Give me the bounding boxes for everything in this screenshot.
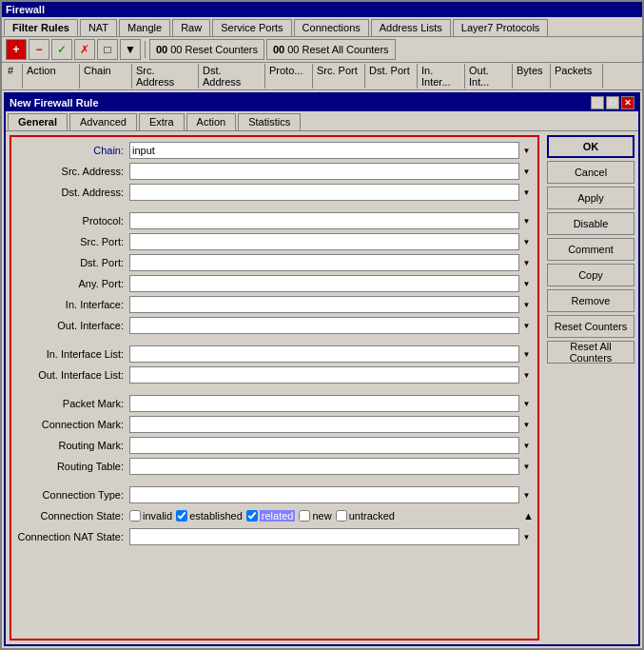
cancel-button[interactable]: Cancel: [547, 161, 634, 184]
toolbar-sep-1: [145, 41, 146, 58]
out-interface-list-row: Out. Interface List: ▼: [15, 365, 534, 384]
copy-button[interactable]: □: [97, 39, 118, 60]
in-interface-wrap: ▼: [129, 296, 534, 313]
apply-button[interactable]: Apply: [547, 187, 634, 209]
connection-mark-select[interactable]: [129, 416, 534, 433]
close-button[interactable]: ✕: [621, 96, 634, 109]
protocol-select[interactable]: [129, 212, 534, 229]
state-new-label: new: [312, 510, 331, 522]
col-in-inter: In. Inter...: [418, 64, 465, 89]
src-address-label: Src. Address:: [15, 166, 129, 177]
connection-nat-state-select[interactable]: [129, 528, 534, 545]
packet-mark-row: Packet Mark: ▼: [15, 394, 534, 413]
disable-button[interactable]: Disable: [547, 212, 634, 235]
rule-tab-bar: General Advanced Extra Action Statistics: [6, 111, 638, 131]
routing-mark-wrap: ▼: [129, 437, 534, 454]
state-invalid-checkbox[interactable]: [129, 510, 141, 522]
state-untracked-label: untracked: [349, 510, 395, 522]
connection-nat-state-label: Connection NAT State:: [15, 531, 129, 542]
any-port-select[interactable]: [129, 275, 534, 292]
rule-title-buttons: _ □ ✕: [591, 96, 634, 109]
tab-mangle[interactable]: Mangle: [119, 19, 170, 36]
col-action: Action: [23, 64, 80, 89]
dst-address-row: Dst. Address: ▼: [15, 183, 534, 202]
out-interface-wrap: ▼: [129, 317, 534, 334]
reset-counters-panel-button[interactable]: Reset Counters: [547, 315, 634, 338]
out-interface-list-select[interactable]: [129, 366, 534, 384]
connection-nat-state-wrap: ▼: [129, 528, 534, 545]
tab-statistics[interactable]: Statistics: [238, 113, 301, 130]
packet-mark-select[interactable]: [129, 395, 534, 412]
remove-button[interactable]: Remove: [547, 289, 634, 312]
ok-button[interactable]: OK: [547, 135, 634, 158]
protocol-wrap: ▼: [129, 212, 534, 229]
chain-select[interactable]: input: [129, 142, 534, 159]
filter-button[interactable]: ▼: [120, 39, 141, 60]
connection-type-select[interactable]: [129, 486, 534, 503]
src-port-select[interactable]: [129, 233, 534, 250]
dst-address-wrap: ▼: [129, 184, 534, 201]
tab-connections[interactable]: Connections: [294, 19, 369, 36]
reset-counters-icon: 00: [156, 44, 167, 55]
comment-button[interactable]: Comment: [547, 238, 634, 261]
enable-button[interactable]: ✓: [51, 39, 72, 60]
routing-mark-select[interactable]: [129, 437, 534, 454]
minimize-button[interactable]: _: [591, 96, 604, 109]
reset-all-counters-panel-button[interactable]: Reset All Counters: [547, 341, 634, 364]
maximize-button[interactable]: □: [606, 96, 619, 109]
rule-window-title: New Firewall Rule: [10, 97, 99, 108]
tab-raw[interactable]: Raw: [172, 19, 210, 36]
in-interface-select[interactable]: [129, 296, 534, 313]
state-untracked-item: untracked: [336, 510, 395, 522]
tab-filter-rules[interactable]: Filter Rules: [4, 19, 78, 36]
col-chain: Chain: [80, 64, 132, 89]
state-new-checkbox[interactable]: [299, 510, 310, 522]
tab-general[interactable]: General: [8, 113, 68, 130]
src-port-row: Src. Port: ▼: [15, 232, 534, 251]
out-interface-label: Out. Interface:: [15, 320, 129, 331]
in-interface-list-label: In. Interface List:: [15, 348, 129, 360]
out-interface-select[interactable]: [129, 317, 534, 334]
out-interface-list-wrap: ▼: [129, 366, 534, 384]
routing-table-select[interactable]: [129, 458, 534, 475]
connection-state-row: Connection State: invalid established: [15, 506, 534, 525]
dst-address-select[interactable]: [129, 184, 534, 201]
col-src-address: Src. Address: [132, 64, 199, 89]
reset-all-counters-icon: 00: [273, 44, 284, 55]
dst-port-select[interactable]: [129, 254, 534, 271]
col-out-int: Out. Int...: [465, 64, 513, 89]
copy-button[interactable]: Copy: [547, 264, 634, 286]
spacer-4: [15, 478, 534, 483]
spacer-1: [15, 204, 534, 209]
any-port-wrap: ▼: [129, 275, 534, 292]
conn-state-scroll-up[interactable]: ▲: [523, 510, 534, 522]
connection-type-row: Connection Type: ▼: [15, 485, 534, 504]
chain-select-wrap: input ▼: [129, 142, 534, 159]
reset-all-counters-button[interactable]: 00 00 Reset All Counters: [266, 39, 396, 60]
any-port-label: Any. Port:: [15, 278, 129, 289]
reset-counters-button[interactable]: 00 00 Reset Counters: [149, 39, 264, 60]
src-address-select[interactable]: [129, 163, 534, 180]
remove-button[interactable]: −: [29, 39, 49, 60]
tab-service-ports[interactable]: Service Ports: [212, 19, 291, 36]
state-established-checkbox[interactable]: [176, 510, 187, 522]
dst-port-row: Dst. Port: ▼: [15, 253, 534, 272]
state-untracked-checkbox[interactable]: [336, 510, 347, 522]
tab-nat[interactable]: NAT: [80, 19, 117, 36]
src-port-wrap: ▼: [129, 233, 534, 250]
tab-layer7[interactable]: Layer7 Protocols: [453, 19, 549, 36]
form-area: Chain: input ▼ Src. Address:: [10, 135, 539, 640]
tab-action[interactable]: Action: [186, 113, 237, 130]
routing-table-wrap: ▼: [129, 458, 534, 475]
title-bar: Firewall: [2, 2, 642, 17]
state-related-checkbox[interactable]: [246, 510, 258, 522]
tab-extra[interactable]: Extra: [139, 113, 185, 130]
tab-advanced[interactable]: Advanced: [69, 113, 137, 130]
button-panel: OK Cancel Apply Disable Comment Copy Rem…: [543, 131, 638, 644]
disable-button[interactable]: ✗: [74, 39, 95, 60]
in-interface-list-select[interactable]: [129, 345, 534, 363]
state-new-item: new: [299, 510, 331, 522]
tab-address-lists[interactable]: Address Lists: [371, 19, 451, 36]
protocol-row: Protocol: ▼: [15, 211, 534, 230]
add-button[interactable]: +: [6, 39, 27, 60]
